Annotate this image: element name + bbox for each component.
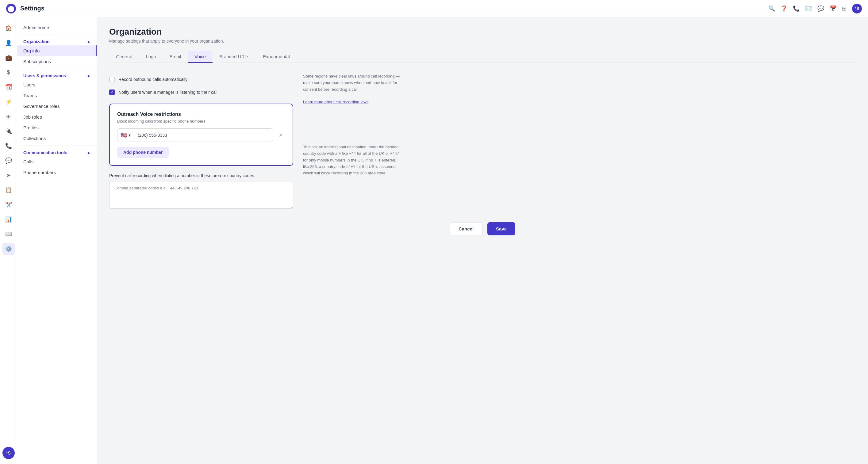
tab-bar: General Logo Email Voice Branded URLs Ex… xyxy=(109,51,856,63)
users-rail-icon[interactable]: 👤 xyxy=(2,37,15,49)
home-rail-icon[interactable]: 🏠 xyxy=(2,22,15,34)
scissors-rail-icon[interactable]: ✂️ xyxy=(2,199,15,211)
sidebar-item-job-roles[interactable]: Job roles xyxy=(17,111,97,122)
help-icon[interactable]: ❓ xyxy=(781,5,787,12)
lightning-rail-icon[interactable]: ⚡ xyxy=(2,96,15,108)
app-logo: ⬤ xyxy=(6,4,16,13)
voice-card-description: Block incoming calls from specific phone… xyxy=(117,119,285,124)
sidebar-section-users-permissions[interactable]: Users & permissions ▲ xyxy=(17,71,97,79)
user-rail-avatar[interactable]: *S xyxy=(2,447,15,459)
main-content: Organization Manage settings that apply … xyxy=(97,17,868,464)
tab-branded-urls[interactable]: Branded URLs xyxy=(213,51,256,63)
message-icon[interactable]: 💬 xyxy=(817,5,824,12)
page-subtitle: Manage settings that apply to everyone i… xyxy=(109,39,856,43)
sidebar-item-users[interactable]: Users xyxy=(17,79,97,90)
sidebar-section-communication-tools[interactable]: Communication tools ▲ xyxy=(17,148,97,156)
icon-rail: 🏠 👤 💼 $ 📆 ⚡ ⊞ 🔌 📞 💬 ➤ 📋 ✂️ 📊 📖 ⚙️ *S xyxy=(0,17,17,464)
checkbox-notify-manager[interactable]: ✓ xyxy=(109,90,115,95)
dollar-rail-icon[interactable]: $ xyxy=(2,66,15,78)
chevron-up-icon: ▲ xyxy=(87,39,91,44)
chat-rail-icon[interactable]: 💬 xyxy=(2,155,15,167)
area-codes-label: Prevent call recording when dialing a nu… xyxy=(109,173,293,178)
sidebar-item-phone-numbers[interactable]: Phone numbers xyxy=(17,167,97,178)
grid-icon[interactable]: ⊞ xyxy=(842,5,846,12)
recording-info-text: Some regions have clear laws around call… xyxy=(303,73,401,93)
chevron-up-icon-2: ▲ xyxy=(87,73,91,78)
sidebar-section-organization[interactable]: Organization ▲ xyxy=(17,37,97,45)
sidebar-item-profiles[interactable]: Profiles xyxy=(17,122,97,133)
copy-rail-icon[interactable]: 📋 xyxy=(2,184,15,196)
user-avatar[interactable]: *S xyxy=(852,4,862,13)
sidebar-item-calls[interactable]: Calls xyxy=(17,156,97,167)
sidebar-item-teams[interactable]: Teams xyxy=(17,90,97,101)
save-button[interactable]: Save xyxy=(487,222,515,235)
app-title: Settings xyxy=(20,5,768,12)
calendar-icon[interactable]: 📅 xyxy=(830,5,836,12)
add-phone-number-button[interactable]: Add phone number xyxy=(117,147,169,158)
blocking-info-text: To block an international destination, e… xyxy=(303,144,401,176)
tab-logo[interactable]: Logo xyxy=(139,51,162,63)
phone-input-row: 🇺🇸 ▾ ✕ xyxy=(117,128,285,142)
chart-rail-icon[interactable]: 📊 xyxy=(2,213,15,226)
country-selector[interactable]: 🇺🇸 ▾ xyxy=(118,129,134,141)
phone-input-wrap: 🇺🇸 ▾ xyxy=(117,128,273,142)
book-rail-icon[interactable]: 📖 xyxy=(2,228,15,240)
briefcase-rail-icon[interactable]: 💼 xyxy=(2,52,15,64)
tab-general[interactable]: General xyxy=(109,51,139,63)
page-title: Organization xyxy=(109,27,856,37)
settings-rail-icon[interactable]: ⚙️ xyxy=(2,243,15,255)
content-area: Record outbound calls automatically ✓ No… xyxy=(109,73,856,210)
sidebar-item-org-info[interactable]: Org info xyxy=(17,45,97,56)
sidebar-item-collections[interactable]: Collections xyxy=(17,133,97,144)
learn-more-link[interactable]: Learn more about call recording laws xyxy=(303,100,368,104)
content-right: Some regions have clear laws around call… xyxy=(303,73,401,210)
phone-rail-icon[interactable]: 📞 xyxy=(2,140,15,152)
search-icon[interactable]: 🔍 xyxy=(768,5,775,12)
checkbox-record-outbound[interactable] xyxy=(109,77,115,82)
chevron-up-icon-3: ▲ xyxy=(87,151,91,155)
sidebar-item-admin-home[interactable]: Admin home xyxy=(17,22,97,33)
area-codes-textarea[interactable] xyxy=(109,181,293,209)
content-left: Record outbound calls automatically ✓ No… xyxy=(109,73,293,210)
checkbox-notify-label: Notify users when a manager is listening… xyxy=(118,90,217,95)
sidebar-item-subscriptions[interactable]: Subscriptions xyxy=(17,56,97,67)
sidebar-item-governance-roles[interactable]: Governance roles xyxy=(17,101,97,111)
checkbox-row-record: Record outbound calls automatically xyxy=(109,73,293,86)
country-chevron-icon: ▾ xyxy=(128,133,131,138)
send-rail-icon[interactable]: ➤ xyxy=(2,169,15,181)
tab-voice[interactable]: Voice xyxy=(188,51,213,63)
sidebar: Admin home Organization ▲ Org info Subsc… xyxy=(17,17,97,464)
cancel-button[interactable]: Cancel xyxy=(450,222,483,235)
phone-number-input[interactable] xyxy=(134,130,273,141)
clear-phone-button[interactable]: ✕ xyxy=(276,131,285,140)
calendar-rail-icon[interactable]: 📆 xyxy=(2,81,15,93)
footer-buttons: Cancel Save xyxy=(109,222,856,247)
phone-icon[interactable]: 📞 xyxy=(793,5,800,12)
tab-experimental[interactable]: Experimental xyxy=(256,51,297,63)
widgets-rail-icon[interactable]: ⊞ xyxy=(2,110,15,123)
top-nav: ⬤ Settings 🔍 ❓ 📞 ✉️ 💬 📅 ⊞ *S xyxy=(0,0,868,17)
mail-icon[interactable]: ✉️ xyxy=(805,5,812,12)
nav-icons: 🔍 ❓ 📞 ✉️ 💬 📅 ⊞ *S xyxy=(768,4,862,13)
plugin-rail-icon[interactable]: 🔌 xyxy=(2,125,15,137)
voice-restrictions-card: Outreach Voice restrictions Block incomi… xyxy=(109,104,293,166)
country-flag: 🇺🇸 xyxy=(121,132,127,138)
checkbox-record-label: Record outbound calls automatically xyxy=(118,77,187,82)
tab-email[interactable]: Email xyxy=(163,51,188,63)
voice-card-title: Outreach Voice restrictions xyxy=(117,111,285,117)
checkbox-row-notify: ✓ Notify users when a manager is listeni… xyxy=(109,86,293,99)
